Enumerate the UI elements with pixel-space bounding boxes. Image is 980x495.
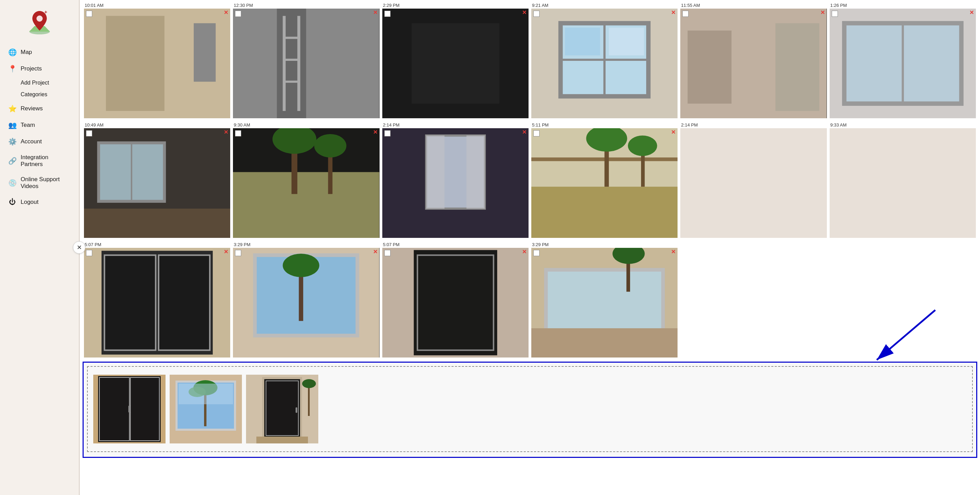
svg-rect-25 <box>776 23 820 111</box>
sidebar-item-label-support: Online Support Videos <box>21 176 70 190</box>
pin-icon: 📍 <box>8 65 16 73</box>
close-button[interactable]: ✕ <box>73 241 85 254</box>
svg-rect-6 <box>194 23 216 82</box>
photo-thumbnail-wrapper[interactable]: ✕ <box>84 128 230 238</box>
integration-icon: 🔗 <box>8 157 16 165</box>
photo-thumbnail-wrapper[interactable]: ✕ <box>531 248 678 357</box>
photo-timestamp: 11:55 AM <box>680 2 827 9</box>
close-icon: ✕ <box>77 244 82 251</box>
photo-checkbox[interactable] <box>235 250 241 256</box>
sidebar-item-account[interactable]: ⚙️ Account <box>0 133 79 150</box>
content-wrapper: 10:01 AM ✕ 12:30 PM ✕ <box>80 0 980 458</box>
photo-thumbnail-wrapper[interactable]: ✕ <box>382 248 528 357</box>
svg-point-40 <box>314 134 347 157</box>
photo-checkbox[interactable] <box>533 11 539 17</box>
photo-delete-button[interactable]: ✕ <box>373 10 377 16</box>
sidebar-item-reviews[interactable]: ⭐ Reviews <box>0 100 79 117</box>
photo-cell-empty <box>679 239 828 359</box>
sidebar-item-map[interactable]: 🌐 Map <box>0 44 79 60</box>
sidebar-item-categories[interactable]: Categories <box>0 89 79 100</box>
svg-text:+: + <box>45 9 47 15</box>
svg-rect-94 <box>256 436 308 443</box>
photo-delete-button[interactable]: ✕ <box>522 130 527 135</box>
photo-checkbox[interactable] <box>86 11 92 17</box>
photo-checkbox[interactable] <box>86 130 92 136</box>
svg-rect-34 <box>84 209 230 238</box>
photo-delete-button[interactable]: ✕ <box>224 249 228 255</box>
photo-timestamp: 10:01 AM <box>84 2 230 9</box>
sidebar-navigation: 🌐 Map 📍 Projects Add Project Categories … <box>0 41 79 495</box>
photo-checkbox[interactable] <box>384 11 391 17</box>
photo-checkbox[interactable] <box>533 130 539 136</box>
photo-cell-empty <box>828 239 977 359</box>
sidebar-item-logout[interactable]: ⏻ Logout <box>0 194 79 210</box>
photo-checkbox[interactable] <box>86 250 92 256</box>
photo-checkbox[interactable] <box>682 11 689 17</box>
photo-delete-button[interactable]: ✕ <box>373 130 377 135</box>
sidebar-item-integration-partners[interactable]: 🔗 Integration Partners <box>0 150 79 172</box>
svg-point-62 <box>283 254 319 277</box>
selected-photo-3[interactable] <box>246 375 318 443</box>
svg-point-52 <box>628 135 657 156</box>
sidebar-item-label-logout: Logout <box>21 199 38 206</box>
photo-timestamp: 9:33 AM <box>830 121 976 128</box>
photo-cell: 2:29 PM ✕ <box>381 0 530 120</box>
photo-delete-button[interactable]: ✕ <box>373 249 377 255</box>
photo-delete-button[interactable]: ✕ <box>671 10 676 16</box>
photo-timestamp: 2:29 PM <box>382 2 528 9</box>
photo-thumbnail-wrapper[interactable]: ✕ <box>531 9 678 118</box>
photo-checkbox[interactable] <box>384 250 391 256</box>
app-logo: + <box>26 8 53 36</box>
photo-timestamp: 9:30 AM <box>233 121 379 128</box>
photo-delete-button[interactable]: ✕ <box>522 10 527 16</box>
svg-rect-70 <box>531 328 678 357</box>
photo-delete-button[interactable]: ✕ <box>522 249 527 255</box>
svg-rect-24 <box>688 30 732 104</box>
photo-cell: 2:14 PM ✕ <box>381 120 530 239</box>
photo-delete-button[interactable]: ✕ <box>671 130 676 135</box>
sidebar-item-label-reviews: Reviews <box>21 105 43 112</box>
photo-delete-button[interactable]: ✕ <box>820 10 825 16</box>
sidebar-item-team[interactable]: 👥 Team <box>0 117 79 133</box>
photo-timestamp: 1:26 PM <box>830 2 976 9</box>
photo-checkbox[interactable] <box>235 11 241 17</box>
sidebar-item-label-account: Account <box>21 138 41 145</box>
photo-thumbnail-wrapper[interactable]: ✕ <box>233 128 379 238</box>
photo-delete-button[interactable]: ✕ <box>224 10 228 16</box>
svg-rect-47 <box>531 187 678 238</box>
photo-delete-button[interactable]: ✕ <box>671 249 676 255</box>
sidebar-item-add-project[interactable]: Add Project <box>0 77 79 89</box>
photo-timestamp: 3:29 PM <box>531 241 678 248</box>
photo-cell: 3:29 PM ✕ <box>232 239 380 359</box>
selected-photo-2[interactable] <box>170 375 242 443</box>
svg-rect-92 <box>266 381 298 436</box>
photo-timestamp: 2:14 PM <box>382 121 528 128</box>
photo-thumbnail-wrapper[interactable]: ✕ <box>233 248 379 357</box>
sidebar-item-online-support-videos[interactable]: 💿 Online Support Videos <box>0 172 79 194</box>
photo-thumbnail-wrapper[interactable]: ✕ <box>830 9 976 118</box>
sidebar-item-projects[interactable]: 📍 Projects <box>0 60 79 77</box>
photo-thumbnail-wrapper[interactable]: ✕ <box>84 248 230 357</box>
photo-thumbnail-wrapper[interactable]: ✕ <box>233 9 379 118</box>
support-icon: 💿 <box>8 179 16 187</box>
photo-checkbox[interactable] <box>235 130 241 136</box>
photo-thumbnail-wrapper[interactable]: ✕ <box>84 9 230 118</box>
selected-photo-1[interactable] <box>93 375 165 443</box>
photo-thumbnail-wrapper[interactable]: ✕ <box>382 128 528 238</box>
photo-timestamp: 5:07 PM <box>84 241 230 248</box>
photo-cell: 12:30 PM ✕ <box>232 0 380 120</box>
sidebar: + 🌐 Map 📍 Projects Add Project Categorie… <box>0 0 79 495</box>
photo-delete-button[interactable]: ✕ <box>224 130 228 135</box>
photo-checkbox[interactable] <box>832 11 838 17</box>
photo-thumbnail-wrapper[interactable]: ✕ <box>382 9 528 118</box>
globe-icon: 🌐 <box>8 48 16 56</box>
photo-checkbox[interactable] <box>384 130 391 136</box>
svg-rect-22 <box>609 27 644 56</box>
photo-thumbnail-wrapper[interactable]: ✕ <box>680 9 827 118</box>
svg-rect-56 <box>105 255 156 350</box>
selected-photos-row <box>93 375 318 443</box>
photo-thumbnail-wrapper[interactable]: ✕ <box>531 128 678 238</box>
photo-delete-button[interactable]: ✕ <box>969 10 974 16</box>
photo-checkbox[interactable] <box>533 250 539 256</box>
photo-timestamp: 5:07 PM <box>382 241 528 248</box>
